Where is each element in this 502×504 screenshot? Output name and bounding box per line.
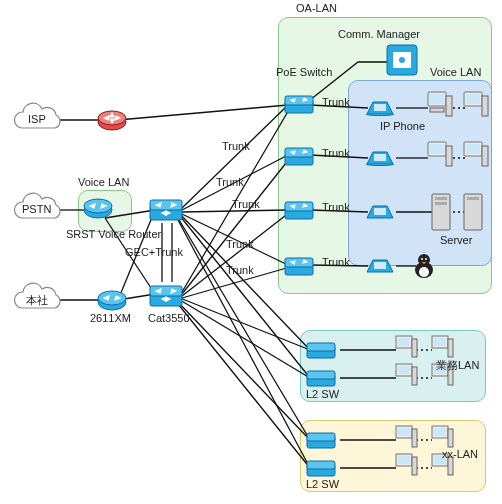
cloud-hq-label: 本社: [26, 293, 48, 308]
svg-point-45: [418, 254, 430, 266]
zone-xx-lan-label: xx-LAN: [442, 448, 478, 460]
comm-manager-label: Comm. Manager: [338, 28, 420, 40]
l2sw-biz-1: [306, 340, 336, 360]
ip-phone-4: [364, 254, 396, 278]
svg-rect-31: [482, 96, 488, 116]
trunk-label-r1: Trunk: [322, 96, 350, 108]
svg-rect-51: [307, 371, 335, 379]
ip-phone-2: [364, 146, 396, 170]
svg-point-5: [98, 291, 126, 305]
svg-rect-53: [398, 338, 410, 346]
cat3550-label: Cat3550: [148, 312, 190, 324]
pc-2: [462, 90, 490, 120]
ip-phone-1: [364, 96, 396, 120]
cloud-pstn-label: PSTN: [22, 203, 51, 215]
svg-rect-24: [374, 262, 386, 269]
svg-rect-36: [466, 144, 480, 154]
comm-manager-icon: [384, 42, 420, 78]
svg-rect-67: [307, 461, 335, 469]
svg-rect-57: [448, 339, 453, 357]
svg-rect-17: [285, 258, 313, 267]
svg-rect-72: [434, 428, 446, 436]
svg-rect-22: [374, 154, 386, 161]
svg-rect-34: [446, 146, 452, 166]
svg-rect-13: [285, 148, 313, 157]
poe-switch-3: [284, 198, 314, 222]
svg-point-47: [425, 258, 427, 260]
svg-point-20: [399, 57, 405, 63]
pc-1: [426, 90, 454, 120]
l2sw-biz-label: L2 SW: [306, 388, 339, 400]
svg-rect-54: [412, 339, 417, 357]
svg-point-3: [84, 199, 112, 213]
svg-rect-56: [434, 338, 446, 346]
trunk-label-r4: Trunk: [322, 256, 350, 268]
server-2: [462, 192, 484, 232]
router-2611xm: [96, 288, 128, 312]
trunk-label-3: Trunk: [232, 198, 260, 210]
svg-rect-70: [412, 429, 417, 447]
svg-rect-11: [285, 96, 313, 105]
poe-switch-4: [284, 254, 314, 278]
svg-rect-21: [374, 104, 386, 111]
cat3550-top: [148, 194, 184, 224]
xx-pc-1: [394, 424, 420, 452]
ip-phone-label: IP Phone: [380, 120, 425, 132]
trunk-label-1: Trunk: [222, 140, 250, 152]
svg-rect-28: [430, 108, 444, 112]
trunk-label-r2: Trunk: [322, 147, 350, 159]
svg-rect-76: [412, 457, 417, 475]
router-2611xm-label: 2611XM: [90, 312, 131, 324]
svg-rect-26: [430, 94, 444, 104]
svg-rect-49: [307, 343, 335, 351]
svg-rect-42: [467, 197, 479, 200]
pc-3: [426, 140, 454, 170]
l2sw-xx-2: [306, 458, 336, 478]
svg-rect-65: [307, 433, 335, 441]
svg-rect-59: [398, 366, 410, 374]
svg-rect-69: [398, 428, 410, 436]
server-1: [430, 192, 452, 232]
svg-rect-73: [448, 429, 453, 447]
svg-rect-75: [398, 456, 410, 464]
pc-4: [462, 140, 490, 170]
cloud-isp-label: ISP: [28, 113, 46, 125]
svg-point-46: [421, 258, 423, 260]
svg-rect-30: [466, 94, 480, 104]
biz-pc-3: [394, 362, 420, 390]
trunk-label-5: Trunk: [226, 264, 254, 276]
xx-pc-3: [394, 452, 420, 480]
trunk-label-r3: Trunk: [322, 201, 350, 213]
svg-rect-37: [482, 146, 488, 166]
svg-rect-39: [435, 197, 447, 200]
poe-switch-1: [284, 92, 314, 116]
cat3550-bottom: [148, 280, 184, 310]
svg-rect-40: [435, 202, 447, 205]
zone-oa-lan-label: OA-LAN: [296, 2, 337, 14]
poe-switch-2: [284, 144, 314, 168]
l2sw-xx-1: [306, 430, 336, 450]
srst-router: [82, 196, 114, 220]
svg-rect-15: [285, 202, 313, 211]
zone-voice-lan-right-label: Voice LAN: [430, 66, 481, 78]
l2sw-biz-2: [306, 368, 336, 388]
svg-rect-33: [430, 144, 444, 154]
svg-rect-23: [374, 208, 386, 215]
biz-pc-1: [394, 334, 420, 362]
penguin-icon: [412, 252, 436, 280]
l2sw-xx-label: L2 SW: [306, 478, 339, 490]
trunk-label-4: Trunk: [226, 238, 254, 250]
zone-voice-lan-left-label: Voice LAN: [78, 176, 129, 188]
srst-label: SRST Voice Router: [66, 228, 146, 240]
trunk-label-2: Trunk: [216, 176, 244, 188]
poe-switch-label: PoE Switch: [276, 66, 318, 78]
gec-trunk-label: GEC+Trunk: [125, 246, 183, 258]
server-label: Server: [440, 234, 472, 246]
svg-rect-60: [412, 367, 417, 385]
svg-point-44: [419, 267, 429, 277]
zone-biz-lan-label: 業務LAN: [436, 358, 479, 373]
ip-phone-3: [364, 200, 396, 224]
svg-rect-27: [446, 96, 452, 116]
isp-router: [96, 108, 128, 132]
